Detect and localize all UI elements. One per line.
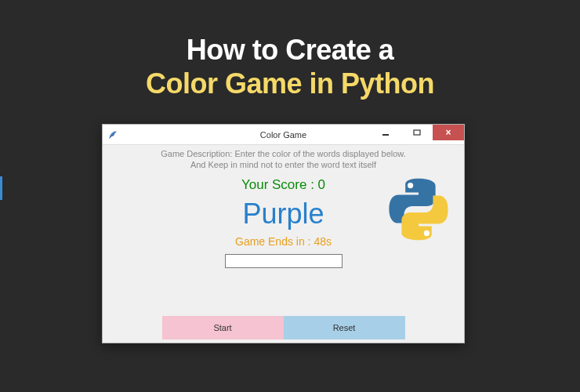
start-button[interactable]: Start <box>162 316 284 339</box>
window-content: Game Description: Enter the color of the… <box>103 145 464 343</box>
close-icon: × <box>445 127 451 138</box>
app-window-container: Color Game × Game Descript <box>102 124 465 343</box>
timer-label: Game Ends in : 48s <box>235 235 332 248</box>
maximize-button[interactable] <box>401 125 433 140</box>
window-title: Color Game <box>260 130 306 140</box>
headline-line-2: Color Game in Python <box>0 67 580 100</box>
article-headline: How to Create a Color Game in Python <box>0 0 580 100</box>
reset-button[interactable]: Reset <box>284 316 405 339</box>
python-logo-icon <box>384 175 453 244</box>
svg-point-2 <box>408 183 413 188</box>
description-line-2: And Keep in mind not to enter the word t… <box>161 159 405 170</box>
color-entry-input[interactable] <box>225 254 343 268</box>
color-game-window: Color Game × Game Descript <box>102 124 465 343</box>
game-description: Game Description: Enter the color of the… <box>161 148 405 171</box>
minimize-icon <box>382 129 390 136</box>
description-line-1: Game Description: Enter the color of the… <box>161 148 405 159</box>
score-label: Your Score : 0 <box>241 177 325 193</box>
color-word-label: Purple <box>242 198 324 230</box>
svg-rect-1 <box>414 130 420 135</box>
decorative-edge <box>0 176 2 200</box>
button-row: Start Reset <box>103 316 464 339</box>
headline-line-1: How to Create a <box>0 33 580 67</box>
window-controls: × <box>370 125 464 140</box>
minimize-button[interactable] <box>370 125 401 140</box>
maximize-icon <box>413 129 421 136</box>
feather-icon <box>107 129 118 140</box>
window-titlebar: Color Game × <box>103 125 464 145</box>
svg-rect-0 <box>382 134 389 136</box>
svg-point-3 <box>424 230 430 236</box>
close-button[interactable]: × <box>433 125 464 140</box>
